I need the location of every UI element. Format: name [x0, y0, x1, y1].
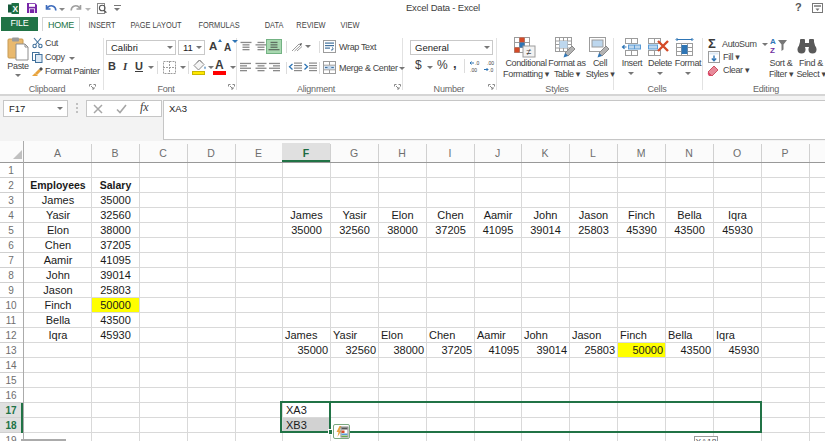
svg-text:.00: .00	[487, 60, 494, 66]
svg-text:X: X	[12, 4, 18, 14]
svg-text:≠: ≠	[527, 47, 532, 57]
svg-text:.00: .00	[470, 67, 477, 73]
svg-text:.0: .0	[475, 60, 479, 66]
svg-text:.0: .0	[489, 67, 493, 73]
svg-text:Z: Z	[770, 46, 775, 55]
